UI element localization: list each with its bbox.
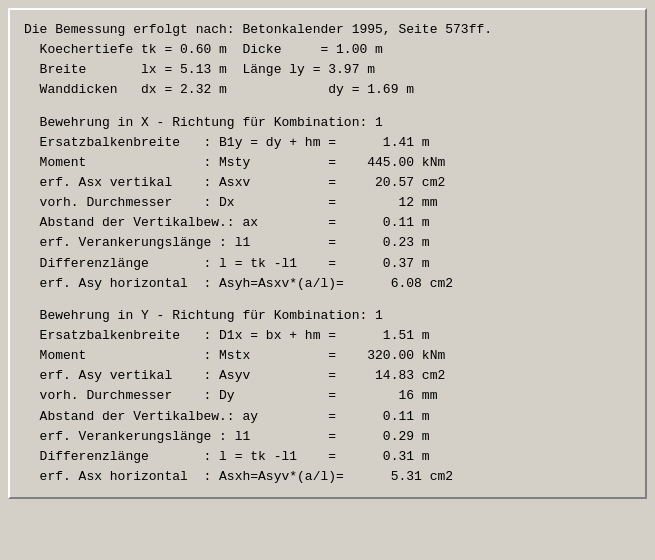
wanddicken-line: Wanddicken dx = 2.32 m dy = 1.69 m [24,80,631,100]
section-y: Bewehrung in Y - Richtung für Kombinatio… [24,306,631,487]
section-y-row-0: Ersatzbalkenbreite : D1x = bx + hm = 1.5… [24,326,631,346]
section-x-row-1: Moment : Msty = 445.00 kNm [24,153,631,173]
section-y-row-7: erf. Asx horizontal : Asxh=Asyv*(a/l)= 5… [24,467,631,487]
section-y-row-6: Differenzlänge : l = tk -l1 = 0.31 m [24,447,631,467]
section-x-row-6: Differenzlänge : l = tk -l1 = 0.37 m [24,254,631,274]
gap1 [24,101,631,113]
section-x-row-3: vorh. Durchmesser : Dx = 12 mm [24,193,631,213]
section-x-row-5: erf. Verankerungslänge : l1 = 0.23 m [24,233,631,253]
section-y-row-2: erf. Asy vertikal : Asyv = 14.83 cm2 [24,366,631,386]
section-y-row-3: vorh. Durchmesser : Dy = 16 mm [24,386,631,406]
section-y-heading: Bewehrung in Y - Richtung für Kombinatio… [24,306,631,326]
koechertiefe-line: Koechertiefe tk = 0.60 m Dicke = 1.00 m [24,40,631,60]
section-y-row-4: Abstand der Vertikalbew.: ay = 0.11 m [24,407,631,427]
content-box: Die Bemessung erfolgt nach: Betonkalende… [8,8,647,499]
section-x-row-7: erf. Asy horizontal : Asyh=Asxv*(a/l)= 6… [24,274,631,294]
section-y-row-5: erf. Verankerungslänge : l1 = 0.29 m [24,427,631,447]
section-x: Bewehrung in X - Richtung für Kombinatio… [24,113,631,294]
section-x-row-4: Abstand der Vertikalbew.: ax = 0.11 m [24,213,631,233]
geometry-lines: Koechertiefe tk = 0.60 m Dicke = 1.00 m … [24,40,631,100]
section-x-row-2: erf. Asx vertikal : Asxv = 20.57 cm2 [24,173,631,193]
breite-line: Breite lx = 5.13 m Länge ly = 3.97 m [24,60,631,80]
gap2 [24,294,631,306]
main-container: Die Bemessung erfolgt nach: Betonkalende… [0,0,655,560]
header-line: Die Bemessung erfolgt nach: Betonkalende… [24,20,631,40]
section-x-heading: Bewehrung in X - Richtung für Kombinatio… [24,113,631,133]
section-x-row-0: Ersatzbalkenbreite : B1y = dy + hm = 1.4… [24,133,631,153]
section-y-row-1: Moment : Mstx = 320.00 kNm [24,346,631,366]
